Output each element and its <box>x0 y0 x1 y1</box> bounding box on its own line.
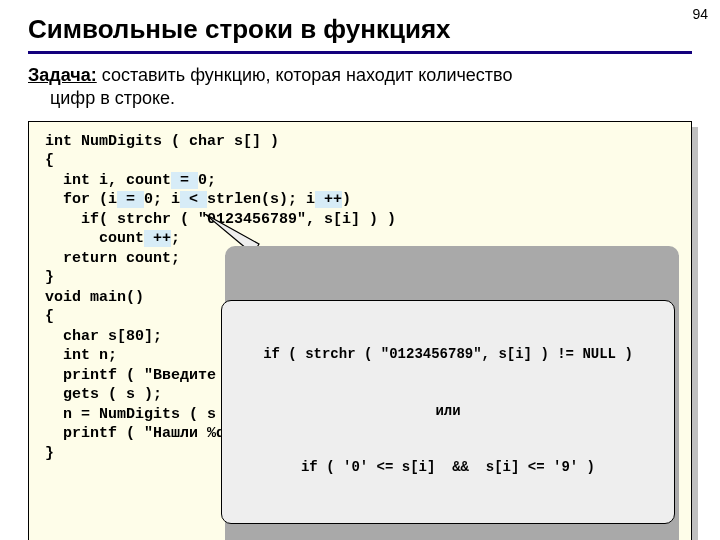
code-l1b: Digits ( char s[] ) <box>108 133 279 150</box>
code-l4e: strlen(s); i <box>207 191 315 208</box>
code-l14: gets ( s ); <box>45 386 162 403</box>
title-rule <box>28 51 692 54</box>
code-l11: char s[80]; <box>45 328 162 345</box>
code-l7: return count; <box>45 250 180 267</box>
code-l4a: for (i <box>45 191 117 208</box>
task-text-line2: цифр в строке. <box>28 88 175 108</box>
callout-line1: if ( strchr ( "0123456789", s[i] ) != NU… <box>232 345 664 364</box>
code-l4g: ) <box>342 191 351 208</box>
code-l4b: = <box>117 191 144 208</box>
code-l3c: 0; <box>198 172 216 189</box>
code-l6c: ; <box>171 230 180 247</box>
code-l1: int Num <box>45 133 108 150</box>
code-l4d: < <box>180 191 207 208</box>
callout-box: if ( strchr ( "0123456789", s[i] ) != NU… <box>221 300 675 524</box>
code-l10: { <box>45 308 54 325</box>
code-l17: } <box>45 445 54 462</box>
page-title: Символьные строки в функциях <box>28 14 692 45</box>
code-l12: int n; <box>45 347 117 364</box>
code-l4c: 0; i <box>144 191 180 208</box>
code-l9: void main() <box>45 289 144 306</box>
task-paragraph: Задача: составить функцию, которая наход… <box>28 64 692 111</box>
code-l2: { <box>45 152 54 169</box>
code-l6a: count <box>45 230 144 247</box>
code-l8: } <box>45 269 54 286</box>
code-l6b: ++ <box>144 230 171 247</box>
task-label: Задача: <box>28 65 97 85</box>
code-l4f: ++ <box>315 191 342 208</box>
code-l3b: = <box>171 172 198 189</box>
callout-line3: if ( '0' <= s[i] && s[i] <= '9' ) <box>232 458 664 477</box>
code-l15a: n = Num <box>45 406 126 423</box>
code-l3a: int i, count <box>45 172 171 189</box>
task-text-line1: составить функцию, которая находит колич… <box>97 65 513 85</box>
code-container: int NumDigits ( char s[] ) { int i, coun… <box>28 121 692 540</box>
slide-content: Символьные строки в функциях Задача: сос… <box>0 0 720 540</box>
callout-line2: или <box>232 402 664 421</box>
code-box: int NumDigits ( char s[] ) { int i, coun… <box>28 121 692 540</box>
callout-wrap: if ( strchr ( "0123456789", s[i] ) != NU… <box>221 242 675 540</box>
page-number: 94 <box>692 6 708 22</box>
